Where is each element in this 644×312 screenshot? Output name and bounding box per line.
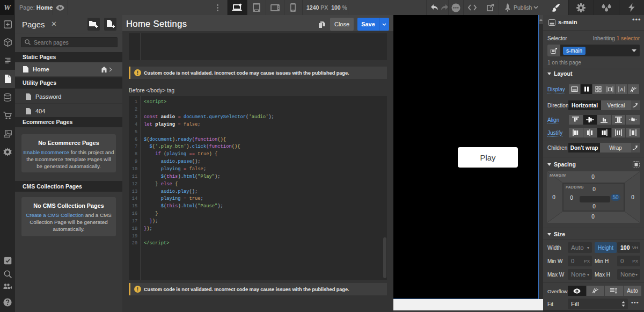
- svg-text:A: A: [620, 86, 624, 92]
